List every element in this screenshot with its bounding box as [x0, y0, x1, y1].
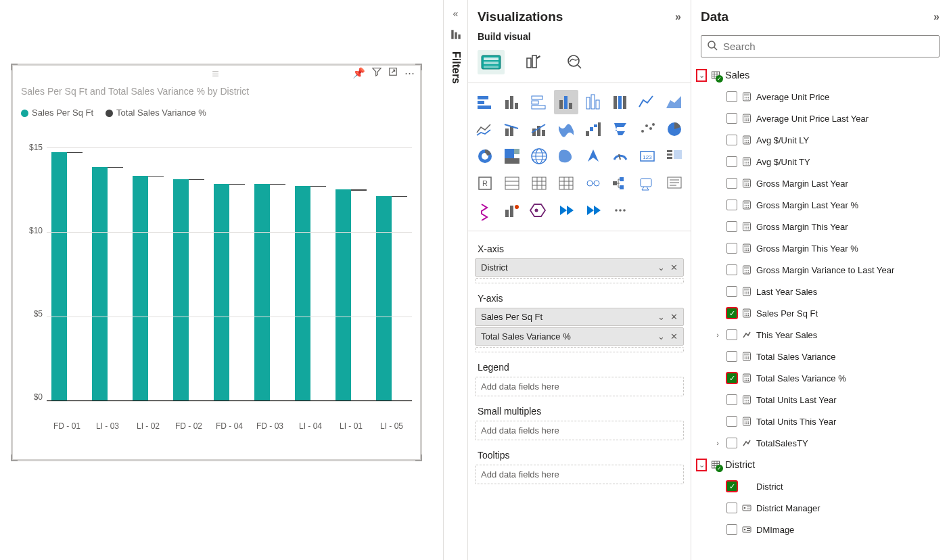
field-checkbox[interactable] — [726, 351, 737, 362]
bar[interactable] — [189, 179, 204, 180]
field-drop-zone[interactable] — [475, 278, 684, 283]
viz-type-goals[interactable] — [500, 198, 524, 223]
field-row[interactable]: Avg $/Unit LY — [694, 129, 946, 151]
field-checkbox[interactable] — [726, 156, 737, 167]
bar-group[interactable] — [295, 186, 326, 401]
remove-icon[interactable]: ✕ — [670, 262, 678, 273]
viz-type-donut[interactable] — [473, 144, 497, 168]
viz-type-line[interactable] — [635, 90, 659, 114]
field-checkbox[interactable] — [726, 113, 737, 124]
viz-type-more[interactable] — [608, 198, 632, 223]
field-checkbox[interactable] — [726, 286, 737, 297]
bar-group[interactable] — [92, 167, 123, 400]
viz-type-map[interactable] — [527, 144, 551, 168]
bar[interactable] — [310, 186, 326, 187]
bar-group[interactable] — [254, 184, 285, 400]
chart-visual[interactable]: ≡ 📌 ⋯ Sales Per Sq Ft and Total Sales Va… — [11, 64, 422, 461]
viz-type-funnel[interactable] — [608, 117, 632, 141]
viz-type-azuremap[interactable] — [581, 144, 605, 168]
table-row-sales[interactable]: ⌄Sales — [694, 64, 946, 86]
field-chip[interactable]: Total Sales Variance %⌄✕ — [475, 327, 684, 346]
field-drop-zone[interactable]: Add data fields here — [475, 377, 684, 396]
field-row[interactable]: Total Sales Variance — [694, 346, 946, 367]
expand-icon[interactable]: › — [713, 439, 722, 447]
field-checkbox[interactable] — [726, 524, 737, 535]
bar[interactable] — [133, 176, 148, 401]
viz-type-scatter[interactable] — [635, 117, 659, 141]
expand-icon[interactable]: › — [713, 331, 722, 339]
expand-filters-icon[interactable]: « — [453, 8, 459, 19]
bar-group[interactable] — [173, 179, 204, 401]
expand-icon[interactable]: ⌄ — [697, 459, 706, 471]
bar[interactable] — [295, 186, 310, 401]
viz-type-powerautomate[interactable] — [581, 198, 605, 223]
bar[interactable] — [254, 184, 270, 400]
field-checkbox[interactable] — [726, 91, 737, 102]
bar[interactable] — [335, 189, 351, 401]
viz-type-barfull[interactable] — [608, 90, 632, 114]
field-checkbox[interactable] — [726, 221, 737, 232]
field-row[interactable]: Average Unit Price — [694, 86, 946, 108]
field-checkbox[interactable] — [726, 503, 737, 513]
drag-grip-icon[interactable]: ≡ — [212, 67, 221, 81]
field-row[interactable]: ›This Year Sales — [694, 324, 946, 346]
viz-type-gauge[interactable] — [608, 144, 632, 168]
bar[interactable] — [214, 184, 229, 400]
field-row[interactable]: ✓Total Sales Variance % — [694, 367, 946, 389]
chevron-down-icon[interactable]: ⌄ — [657, 262, 665, 273]
viz-type-combo1[interactable] — [500, 117, 524, 141]
viz-type-clustercolumn[interactable] — [500, 90, 524, 114]
field-row[interactable]: Gross Margin This Year — [694, 216, 946, 237]
remove-icon[interactable]: ✕ — [670, 312, 678, 322]
collapse-viz-icon[interactable]: » — [675, 11, 681, 23]
viz-type-stackedbarHoutline[interactable] — [527, 90, 551, 114]
bar-group[interactable] — [376, 196, 407, 401]
viz-type-qna[interactable] — [635, 171, 659, 195]
table-row-district[interactable]: ⌄District — [694, 454, 946, 475]
field-checkbox[interactable] — [726, 243, 737, 254]
bar-group[interactable] — [335, 189, 367, 401]
viz-type-slicer[interactable]: R — [473, 171, 497, 195]
bar[interactable] — [270, 184, 285, 185]
field-row[interactable]: Total Units Last Year — [694, 389, 946, 411]
field-chip[interactable]: Sales Per Sq Ft⌄✕ — [475, 308, 684, 326]
viz-type-narrative[interactable] — [662, 171, 687, 195]
viz-type-stackedcolumn[interactable] — [581, 90, 605, 114]
viz-type-card[interactable]: 123 — [635, 144, 659, 168]
field-checkbox[interactable] — [726, 200, 737, 210]
viz-type-powerapps[interactable] — [554, 198, 578, 223]
field-chip[interactable]: District⌄✕ — [475, 258, 684, 277]
field-row[interactable]: Gross Margin Last Year — [694, 172, 946, 194]
tab-fields[interactable] — [478, 50, 505, 74]
bar-group[interactable] — [51, 152, 83, 401]
bar[interactable] — [51, 152, 67, 401]
viz-type-keyinfl[interactable] — [581, 171, 605, 195]
viz-type-waterfall[interactable] — [581, 117, 605, 141]
bar[interactable] — [148, 176, 164, 177]
more-icon[interactable]: ⋯ — [404, 67, 415, 79]
pin-icon[interactable]: 📌 — [352, 67, 365, 79]
viz-type-pagnav[interactable] — [473, 198, 497, 223]
viz-type-matrix[interactable] — [527, 171, 551, 195]
bar[interactable] — [108, 167, 123, 168]
viz-type-stackedbarH[interactable] — [473, 90, 497, 114]
popout-icon[interactable] — [388, 67, 398, 79]
field-checkbox[interactable] — [726, 394, 737, 405]
field-drop-zone[interactable]: Add data fields here — [475, 465, 684, 484]
viz-type-clustercolumn-sel[interactable] — [554, 90, 578, 114]
field-checkbox[interactable]: ✓ — [726, 373, 737, 383]
field-row[interactable]: Gross Margin This Year % — [694, 237, 946, 259]
collapse-data-icon[interactable]: » — [933, 11, 940, 23]
remove-icon[interactable]: ✕ — [670, 331, 678, 342]
viz-type-decomp[interactable] — [608, 171, 632, 195]
bar-group[interactable] — [214, 184, 245, 400]
bar[interactable] — [392, 196, 407, 197]
field-row[interactable]: Gross Margin Last Year % — [694, 194, 946, 216]
field-checkbox[interactable] — [726, 264, 737, 275]
bar[interactable] — [351, 189, 367, 191]
bar[interactable] — [229, 184, 245, 185]
viz-type-combo2[interactable] — [527, 117, 551, 141]
viz-type-pie[interactable] — [662, 117, 687, 141]
bar[interactable] — [173, 179, 189, 401]
bar[interactable] — [92, 167, 108, 400]
